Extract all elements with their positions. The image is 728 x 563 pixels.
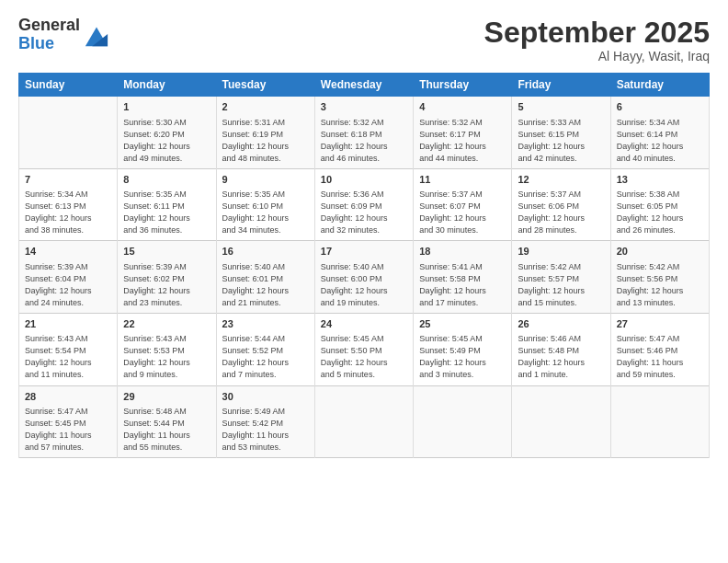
- day-cell: 12Sunrise: 5:37 AMSunset: 6:06 PMDayligh…: [512, 168, 610, 241]
- day-cell: 8Sunrise: 5:35 AMSunset: 6:11 PMDaylight…: [118, 168, 216, 241]
- col-thursday: Thursday: [414, 74, 512, 97]
- logo-icon: [84, 22, 109, 48]
- day-number: 27: [617, 317, 703, 331]
- day-cell: 24Sunrise: 5:45 AMSunset: 5:50 PMDayligh…: [314, 313, 413, 385]
- day-cell: 6Sunrise: 5:34 AMSunset: 6:14 PMDaylight…: [610, 97, 709, 169]
- day-info: Sunrise: 5:46 AMSunset: 5:48 PMDaylight:…: [518, 333, 604, 381]
- day-cell: 14Sunrise: 5:39 AMSunset: 6:04 PMDayligh…: [19, 241, 118, 314]
- day-info: Sunrise: 5:31 AMSunset: 6:19 PMDaylight:…: [222, 117, 309, 165]
- day-cell: 7Sunrise: 5:34 AMSunset: 6:13 PMDaylight…: [19, 168, 118, 241]
- day-info: Sunrise: 5:34 AMSunset: 6:13 PMDaylight:…: [25, 189, 111, 236]
- day-cell: 20Sunrise: 5:42 AMSunset: 5:56 PMDayligh…: [610, 241, 709, 314]
- day-info: Sunrise: 5:43 AMSunset: 5:53 PMDaylight:…: [123, 333, 210, 381]
- day-number: 14: [25, 245, 111, 259]
- day-number: 5: [518, 100, 604, 114]
- day-info: Sunrise: 5:32 AMSunset: 6:18 PMDaylight:…: [321, 117, 407, 165]
- day-number: 21: [25, 317, 111, 331]
- day-cell: 15Sunrise: 5:39 AMSunset: 6:02 PMDayligh…: [118, 241, 216, 314]
- month-title: September 2025: [484, 17, 710, 49]
- week-row-3: 14Sunrise: 5:39 AMSunset: 6:04 PMDayligh…: [19, 241, 710, 314]
- day-cell: 29Sunrise: 5:48 AMSunset: 5:44 PMDayligh…: [118, 385, 216, 458]
- logo-general: General: [18, 17, 80, 35]
- day-cell: 19Sunrise: 5:42 AMSunset: 5:57 PMDayligh…: [512, 241, 610, 314]
- location: Al Hayy, Wasit, Iraq: [484, 49, 710, 63]
- day-number: 22: [123, 317, 210, 331]
- day-info: Sunrise: 5:43 AMSunset: 5:54 PMDaylight:…: [25, 333, 111, 381]
- day-number: 8: [123, 173, 210, 187]
- day-cell: 4Sunrise: 5:32 AMSunset: 6:17 PMDaylight…: [414, 97, 512, 169]
- day-cell: 2Sunrise: 5:31 AMSunset: 6:19 PMDaylight…: [216, 97, 314, 169]
- day-cell: 28Sunrise: 5:47 AMSunset: 5:45 PMDayligh…: [19, 385, 118, 458]
- day-number: 11: [419, 173, 506, 187]
- day-number: 24: [321, 317, 407, 331]
- day-cell: 18Sunrise: 5:41 AMSunset: 5:58 PMDayligh…: [414, 241, 512, 314]
- day-number: 23: [222, 317, 309, 331]
- day-cell: 1Sunrise: 5:30 AMSunset: 6:20 PMDaylight…: [118, 97, 216, 169]
- col-tuesday: Tuesday: [216, 74, 314, 97]
- day-cell: [610, 385, 709, 458]
- col-saturday: Saturday: [610, 74, 709, 97]
- day-number: 16: [222, 245, 309, 259]
- day-cell: 13Sunrise: 5:38 AMSunset: 6:05 PMDayligh…: [610, 168, 709, 241]
- day-info: Sunrise: 5:47 AMSunset: 5:46 PMDaylight:…: [617, 333, 703, 381]
- day-info: Sunrise: 5:37 AMSunset: 6:07 PMDaylight:…: [419, 189, 506, 236]
- day-cell: 25Sunrise: 5:45 AMSunset: 5:49 PMDayligh…: [414, 313, 512, 385]
- week-row-4: 21Sunrise: 5:43 AMSunset: 5:54 PMDayligh…: [19, 313, 710, 385]
- col-monday: Monday: [118, 74, 216, 97]
- day-cell: [512, 385, 610, 458]
- day-cell: 11Sunrise: 5:37 AMSunset: 6:07 PMDayligh…: [414, 168, 512, 241]
- day-number: 12: [518, 173, 604, 187]
- day-number: 18: [419, 245, 506, 259]
- week-row-1: 1Sunrise: 5:30 AMSunset: 6:20 PMDaylight…: [19, 97, 710, 169]
- day-info: Sunrise: 5:34 AMSunset: 6:14 PMDaylight:…: [617, 117, 703, 165]
- week-row-5: 28Sunrise: 5:47 AMSunset: 5:45 PMDayligh…: [19, 385, 710, 458]
- day-number: 3: [321, 100, 407, 114]
- day-number: 4: [419, 100, 506, 114]
- day-number: 15: [123, 245, 210, 259]
- day-info: Sunrise: 5:39 AMSunset: 6:02 PMDaylight:…: [123, 261, 210, 309]
- day-cell: 22Sunrise: 5:43 AMSunset: 5:53 PMDayligh…: [118, 313, 216, 385]
- day-info: Sunrise: 5:30 AMSunset: 6:20 PMDaylight:…: [123, 117, 210, 165]
- day-info: Sunrise: 5:41 AMSunset: 5:58 PMDaylight:…: [419, 261, 506, 309]
- day-cell: [414, 385, 512, 458]
- day-number: 2: [222, 100, 309, 114]
- day-cell: 9Sunrise: 5:35 AMSunset: 6:10 PMDaylight…: [216, 168, 314, 241]
- day-cell: [19, 97, 118, 169]
- page: General Blue September 2025 Al Hayy, Was…: [0, 0, 728, 563]
- day-cell: 27Sunrise: 5:47 AMSunset: 5:46 PMDayligh…: [610, 313, 709, 385]
- day-number: 13: [617, 173, 703, 187]
- day-info: Sunrise: 5:45 AMSunset: 5:50 PMDaylight:…: [321, 333, 407, 381]
- day-cell: [314, 385, 413, 458]
- header: General Blue September 2025 Al Hayy, Was…: [18, 17, 710, 63]
- day-cell: 17Sunrise: 5:40 AMSunset: 6:00 PMDayligh…: [314, 241, 413, 314]
- day-number: 9: [222, 173, 309, 187]
- day-number: 30: [222, 390, 309, 404]
- day-number: 19: [518, 245, 604, 259]
- day-info: Sunrise: 5:40 AMSunset: 6:01 PMDaylight:…: [222, 261, 309, 309]
- day-info: Sunrise: 5:42 AMSunset: 5:57 PMDaylight:…: [518, 261, 604, 309]
- header-row: Sunday Monday Tuesday Wednesday Thursday…: [19, 74, 710, 97]
- day-cell: 10Sunrise: 5:36 AMSunset: 6:09 PMDayligh…: [314, 168, 413, 241]
- day-number: 28: [25, 390, 111, 404]
- day-info: Sunrise: 5:36 AMSunset: 6:09 PMDaylight:…: [321, 189, 407, 236]
- day-info: Sunrise: 5:40 AMSunset: 6:00 PMDaylight:…: [321, 261, 407, 309]
- day-number: 7: [25, 173, 111, 187]
- col-friday: Friday: [512, 74, 610, 97]
- day-cell: 16Sunrise: 5:40 AMSunset: 6:01 PMDayligh…: [216, 241, 314, 314]
- week-row-2: 7Sunrise: 5:34 AMSunset: 6:13 PMDaylight…: [19, 168, 710, 241]
- col-sunday: Sunday: [19, 74, 118, 97]
- day-info: Sunrise: 5:35 AMSunset: 6:10 PMDaylight:…: [222, 189, 309, 236]
- day-info: Sunrise: 5:38 AMSunset: 6:05 PMDaylight:…: [617, 189, 703, 236]
- day-info: Sunrise: 5:35 AMSunset: 6:11 PMDaylight:…: [123, 189, 210, 236]
- day-number: 1: [123, 100, 210, 114]
- day-info: Sunrise: 5:42 AMSunset: 5:56 PMDaylight:…: [617, 261, 703, 309]
- logo: General Blue: [18, 17, 109, 53]
- day-cell: 21Sunrise: 5:43 AMSunset: 5:54 PMDayligh…: [19, 313, 118, 385]
- day-number: 17: [321, 245, 407, 259]
- day-info: Sunrise: 5:49 AMSunset: 5:42 PMDaylight:…: [222, 406, 309, 454]
- day-cell: 26Sunrise: 5:46 AMSunset: 5:48 PMDayligh…: [512, 313, 610, 385]
- day-number: 20: [617, 245, 703, 259]
- day-number: 25: [419, 317, 506, 331]
- logo-text: General Blue: [18, 17, 80, 53]
- day-cell: 30Sunrise: 5:49 AMSunset: 5:42 PMDayligh…: [216, 385, 314, 458]
